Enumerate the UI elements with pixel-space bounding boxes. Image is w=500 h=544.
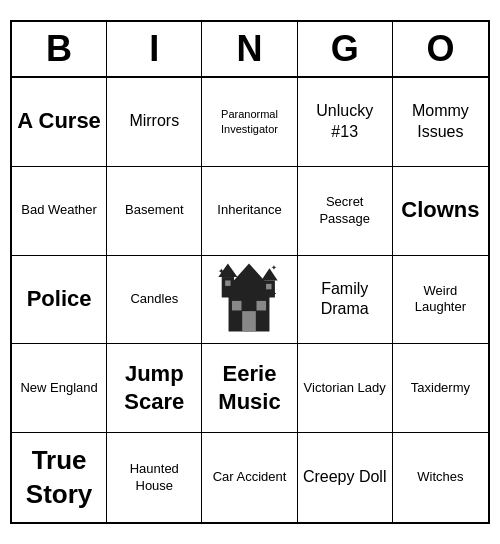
cell-text: Candles: [130, 291, 178, 308]
header-letter: I: [107, 22, 202, 76]
bingo-cell: Mirrors: [107, 78, 202, 167]
cell-text: True Story: [16, 444, 102, 512]
bingo-cell: Witches: [393, 433, 488, 522]
header-letter: O: [393, 22, 488, 76]
cell-text: New England: [20, 380, 97, 397]
cell-text: Weird Laughter: [397, 283, 484, 317]
svg-rect-2: [222, 277, 234, 297]
bingo-cell: Victorian Lady: [298, 344, 393, 433]
cell-text: Taxidermy: [411, 380, 470, 397]
cell-text: Unlucky #13: [302, 101, 388, 143]
cell-text: Paranormal Investigator: [206, 107, 292, 136]
bingo-cell: Jump Scare: [107, 344, 202, 433]
bingo-cell: Eerie Music: [202, 344, 297, 433]
bingo-cell: A Curse: [12, 78, 107, 167]
bingo-cell: Weird Laughter: [393, 256, 488, 345]
header-letter: B: [12, 22, 107, 76]
cell-text: Creepy Doll: [303, 467, 387, 488]
svg-rect-8: [257, 300, 267, 310]
bingo-cell: Paranormal Investigator: [202, 78, 297, 167]
bingo-cell: Police: [12, 256, 107, 345]
svg-text:✦: ✦: [219, 266, 226, 275]
bingo-cell: ✦ ✦: [202, 256, 297, 345]
cell-text: Eerie Music: [206, 360, 292, 417]
cell-text: Inheritance: [217, 202, 281, 219]
cell-text: Haunted House: [111, 461, 197, 495]
header-letter: G: [298, 22, 393, 76]
bingo-card: BINGO A CurseMirrorsParanormal Investiga…: [10, 20, 490, 524]
svg-rect-6: [243, 311, 257, 331]
bingo-cell: Basement: [107, 167, 202, 256]
cell-text: Police: [27, 285, 92, 314]
cell-text: Bad Weather: [21, 202, 97, 219]
bingo-cell: Taxidermy: [393, 344, 488, 433]
haunted-house-icon: ✦ ✦: [214, 260, 284, 340]
svg-rect-9: [226, 280, 231, 285]
cell-text: Car Accident: [213, 469, 287, 486]
bingo-header: BINGO: [12, 22, 488, 78]
cell-text: A Curse: [17, 107, 101, 136]
cell-text: Victorian Lady: [304, 380, 386, 397]
bingo-grid: A CurseMirrorsParanormal InvestigatorUnl…: [12, 78, 488, 522]
bingo-cell: New England: [12, 344, 107, 433]
svg-text:✦: ✦: [271, 264, 277, 271]
bingo-cell: Bad Weather: [12, 167, 107, 256]
svg-rect-7: [232, 300, 242, 310]
cell-text: Basement: [125, 202, 184, 219]
bingo-cell: Secret Passage: [298, 167, 393, 256]
bingo-cell: Car Accident: [202, 433, 297, 522]
header-letter: N: [202, 22, 297, 76]
cell-text: Jump Scare: [111, 360, 197, 417]
cell-text: Witches: [417, 469, 463, 486]
bingo-cell: Mommy Issues: [393, 78, 488, 167]
cell-text: Clowns: [401, 196, 479, 225]
cell-text: Family Drama: [302, 279, 388, 321]
cell-text: Secret Passage: [302, 194, 388, 228]
bingo-cell: Inheritance: [202, 167, 297, 256]
cell-text: Mommy Issues: [397, 101, 484, 143]
bingo-cell: True Story: [12, 433, 107, 522]
bingo-cell: Candles: [107, 256, 202, 345]
svg-rect-10: [267, 283, 272, 288]
bingo-cell: Haunted House: [107, 433, 202, 522]
bingo-cell: Family Drama: [298, 256, 393, 345]
bingo-cell: Clowns: [393, 167, 488, 256]
cell-text: Mirrors: [129, 111, 179, 132]
bingo-cell: Creepy Doll: [298, 433, 393, 522]
bingo-cell: Unlucky #13: [298, 78, 393, 167]
